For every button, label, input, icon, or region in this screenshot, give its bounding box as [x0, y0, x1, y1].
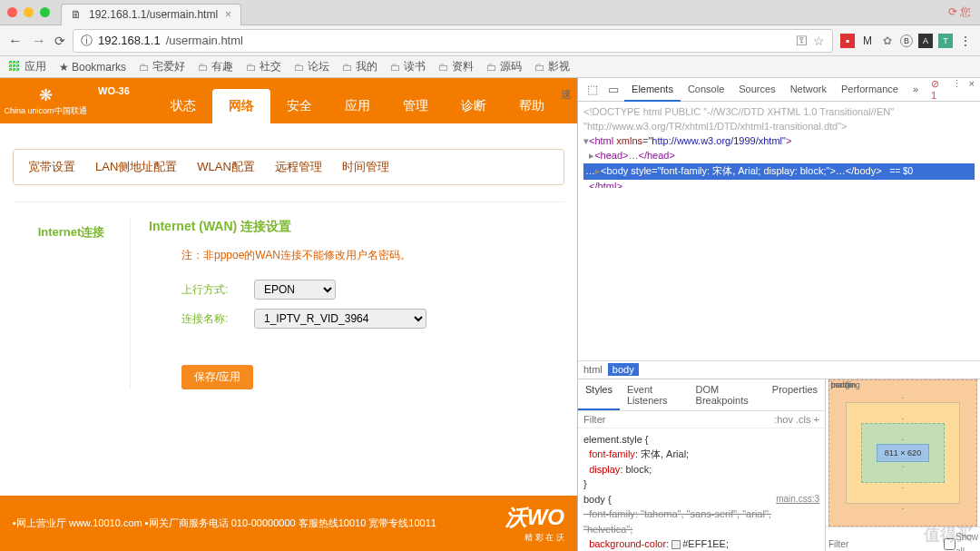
footer-text: ▪网上营业厅 www.10010.com ▪网关厂商服务电话 010-00000…: [13, 517, 436, 530]
password-key-icon[interactable]: ⚿: [796, 34, 808, 47]
sub-nav: 宽带设置 LAN侧地址配置 WLAN配置 远程管理 时间管理: [13, 149, 564, 185]
router-footer: ▪网上营业厅 www.10010.com ▪网关厂商服务电话 010-00000…: [0, 496, 577, 551]
side-internet-link[interactable]: Internet连接: [38, 225, 105, 239]
tab-network[interactable]: Network: [783, 78, 834, 102]
nav-status[interactable]: 状态: [154, 89, 212, 123]
dollar-zero-badge: == $0: [887, 166, 916, 176]
bookmark-folder[interactable]: 🗀 宅爱好: [139, 59, 185, 74]
tab-favicon: 🗎: [71, 8, 82, 21]
devtools-toolbar: ⬚ ▭ Elements Console Sources Network Per…: [578, 78, 980, 102]
router-model: WO-36: [98, 85, 130, 96]
uplink-label: 上行方式:: [181, 282, 254, 298]
nav-manage[interactable]: 管理: [387, 89, 445, 123]
crumb-html[interactable]: html: [583, 364, 603, 375]
bookmark-folder[interactable]: 🗀 资料: [438, 59, 474, 74]
ext-icon-1[interactable]: ▪: [840, 34, 855, 48]
subnav-lan[interactable]: LAN侧地址配置: [95, 159, 177, 175]
close-window-icon[interactable]: [7, 7, 17, 17]
extension-badge[interactable]: ⟳ 您: [948, 5, 971, 20]
ext-icon-6[interactable]: T: [938, 34, 953, 48]
conn-name-select[interactable]: 1_IPTV_R_VID_3964: [254, 309, 426, 329]
side-menu: Internet连接: [13, 219, 131, 389]
tab-title: 192.168.1.1/usermain.html: [89, 8, 218, 21]
dom-doctype: <!DOCTYPE html PUBLIC "-//W3C//DTD XHTML…: [583, 105, 975, 134]
conn-name-label: 连接名称:: [181, 311, 254, 327]
css-rules[interactable]: element.style { font-family: 宋体, Arial; …: [578, 428, 825, 552]
router-header: ❋ China unicom中国联通 WO-36 状态 网络 安全 应用 管理 …: [0, 78, 577, 123]
rule-source-link[interactable]: main.css:3: [776, 492, 819, 506]
unicom-logo: ❋ China unicom中国联通: [0, 78, 91, 123]
bookmark-folder[interactable]: 🗀 有趣: [198, 59, 233, 74]
section-title: Internet (WAN) 连接设置: [149, 219, 564, 235]
bookmark-folder[interactable]: 🗀 社交: [246, 59, 281, 74]
devtools-tabs: Elements Console Sources Network Perform…: [624, 78, 926, 102]
nav-app[interactable]: 应用: [328, 89, 387, 123]
main-nav: 状态 网络 安全 应用 管理 诊断 帮助: [154, 89, 561, 123]
hov-cls-toggle[interactable]: :hov .cls +: [774, 414, 819, 425]
ext-icon-3[interactable]: ✿: [880, 34, 895, 48]
box-content-size: 811 × 620: [877, 444, 929, 462]
chrome-menu-icon[interactable]: ⋮: [958, 34, 973, 48]
url-input[interactable]: ⓘ 192.168.1.1/usermain.html ⚿ ☆: [73, 29, 833, 53]
bookmark-folder[interactable]: 🗀 源码: [486, 59, 522, 74]
bookmark-star-icon[interactable]: ☆: [813, 34, 825, 48]
url-host: 192.168.1.1: [98, 34, 161, 47]
window-controls[interactable]: [7, 7, 50, 17]
nav-network[interactable]: 网络: [212, 89, 270, 123]
styles-filter-input[interactable]: [583, 414, 774, 425]
watermark: 值得买: [924, 524, 973, 546]
bookmark-folder[interactable]: 🗀 读书: [390, 59, 426, 74]
site-info-icon[interactable]: ⓘ: [81, 33, 93, 49]
crumb-body[interactable]: body: [608, 363, 639, 376]
tab-console[interactable]: Console: [681, 78, 731, 102]
maximize-window-icon[interactable]: [40, 7, 50, 17]
tab-elements[interactable]: Elements: [624, 78, 681, 102]
page-content: ❋ China unicom中国联通 WO-36 状态 网络 安全 应用 管理 …: [0, 78, 577, 551]
inspect-icon[interactable]: ⬚: [583, 83, 603, 96]
minimize-window-icon[interactable]: [24, 7, 34, 17]
tabs-more-icon[interactable]: »: [906, 78, 926, 102]
subnav-broadband[interactable]: 宽带设置: [28, 159, 75, 175]
uplink-select[interactable]: EPON: [254, 280, 336, 300]
extension-icons: ▪ M ✿ B A T ⋮: [840, 34, 973, 48]
event-listeners-tab[interactable]: Event Listeners: [620, 379, 689, 410]
devtools-panel: ⬚ ▭ Elements Console Sources Network Per…: [577, 78, 980, 551]
subnav-time[interactable]: 时间管理: [342, 159, 389, 175]
ext-icon-2[interactable]: M: [860, 34, 875, 48]
back-button[interactable]: ←: [7, 33, 24, 49]
url-path: /usermain.html: [166, 34, 243, 47]
error-count[interactable]: ⊘ 1: [931, 78, 944, 101]
config-note: 注：非pppoe的WAN连接不能修改用户名密码。: [181, 248, 564, 263]
device-toggle-icon[interactable]: ▭: [604, 83, 623, 96]
bookmarks-bar: 应用 ★ Bookmarks 🗀 宅爱好 🗀 有趣 🗀 社交 🗀 论坛 🗀 我的…: [0, 56, 980, 78]
nav-security[interactable]: 安全: [270, 89, 328, 123]
save-apply-button[interactable]: 保存/应用: [181, 365, 253, 389]
footer-brand: 沃WO: [505, 505, 564, 529]
close-tab-icon[interactable]: ×: [225, 8, 231, 21]
bookmark-folder[interactable]: 🗀 我的: [342, 59, 377, 74]
tab-sources[interactable]: Sources: [731, 78, 782, 102]
nav-help[interactable]: 帮助: [503, 89, 561, 123]
tab-performance[interactable]: Performance: [834, 78, 906, 102]
devtools-close-icon[interactable]: ×: [969, 78, 975, 101]
properties-tab[interactable]: Properties: [765, 379, 825, 410]
nav-diagnose[interactable]: 诊断: [445, 89, 503, 123]
styles-pane: Styles Event Listeners DOM Breakpoints P…: [578, 379, 826, 552]
subnav-remote[interactable]: 远程管理: [275, 159, 322, 175]
bookmark-folder[interactable]: 🗀 影视: [534, 59, 570, 74]
ext-icon-4[interactable]: B: [900, 34, 913, 47]
forward-button: →: [31, 33, 47, 49]
dom-breakpoints-tab[interactable]: DOM Breakpoints: [689, 379, 765, 410]
browser-tab[interactable]: 🗎 192.168.1.1/usermain.html ×: [61, 4, 241, 25]
bookmark-item[interactable]: ★ Bookmarks: [59, 61, 126, 74]
dom-tree[interactable]: <!DOCTYPE html PUBLIC "-//W3C//DTD XHTML…: [578, 102, 980, 188]
reload-button[interactable]: ⟳: [54, 34, 65, 48]
apps-shortcut[interactable]: 应用: [9, 59, 46, 74]
address-bar: ← → ⟳ ⓘ 192.168.1.1/usermain.html ⚿ ☆ ▪ …: [0, 25, 980, 56]
subnav-wlan[interactable]: WLAN配置: [197, 159, 255, 175]
styles-tab[interactable]: Styles: [578, 379, 620, 410]
footer-slogan: 精 彩 在 沃: [505, 532, 564, 544]
ext-icon-5[interactable]: A: [918, 34, 933, 48]
bookmark-folder[interactable]: 🗀 论坛: [294, 59, 329, 74]
devtools-menu-icon[interactable]: ⋮: [952, 78, 962, 101]
